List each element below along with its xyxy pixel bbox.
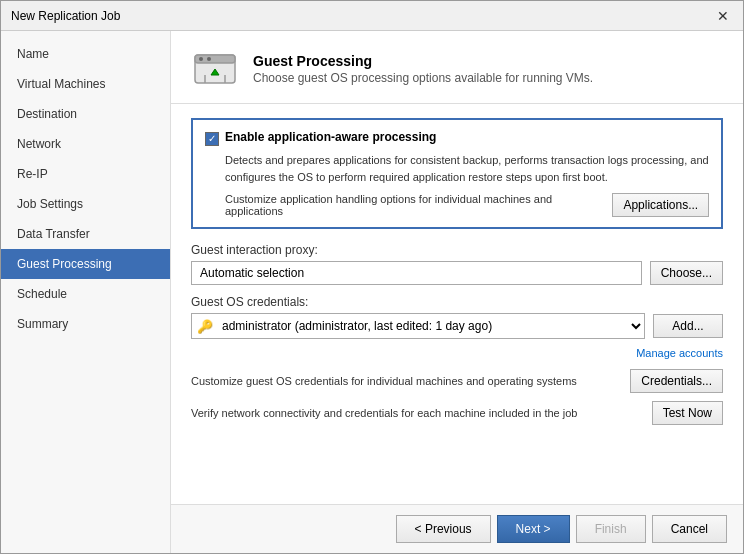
app-aware-desc: Detects and prepares applications for co… [225, 152, 709, 185]
manage-accounts-link[interactable]: Manage accounts [191, 347, 723, 359]
window-title: New Replication Job [11, 9, 120, 23]
sidebar-item-virtual-machines[interactable]: Virtual Machines [1, 69, 170, 99]
customize-credentials-row: Customize guest OS credentials for indiv… [191, 369, 723, 393]
app-aware-label: Enable application-aware processing [225, 130, 436, 144]
guest-proxy-row: Choose... [191, 261, 723, 285]
cancel-button[interactable]: Cancel [652, 515, 727, 543]
form-section: Enable application-aware processing Dete… [171, 104, 743, 504]
customize-credentials-text: Customize guest OS credentials for indiv… [191, 375, 630, 387]
previous-button[interactable]: < Previous [396, 515, 491, 543]
sidebar-item-destination[interactable]: Destination [1, 99, 170, 129]
header-text: Guest Processing Choose guest OS process… [253, 53, 593, 85]
content-area: NameVirtual MachinesDestinationNetworkRe… [1, 31, 743, 553]
sidebar-item-data-transfer[interactable]: Data Transfer [1, 219, 170, 249]
finish-button[interactable]: Finish [576, 515, 646, 543]
sidebar: NameVirtual MachinesDestinationNetworkRe… [1, 31, 171, 553]
svg-point-2 [199, 57, 203, 61]
verify-network-row: Verify network connectivity and credenti… [191, 401, 723, 425]
header-title: Guest Processing [253, 53, 593, 69]
main-panel: Guest Processing Choose guest OS process… [171, 31, 743, 553]
main-window: New Replication Job ✕ NameVirtual Machin… [0, 0, 744, 554]
sidebar-item-schedule[interactable]: Schedule [1, 279, 170, 309]
app-aware-customize-row: Customize application handling options f… [225, 193, 709, 217]
sidebar-item-summary[interactable]: Summary [1, 309, 170, 339]
guest-credentials-row: 🔑 administrator (administrator, last edi… [191, 313, 723, 339]
close-button[interactable]: ✕ [713, 8, 733, 24]
footer-buttons: < Previous Next > Finish Cancel [171, 504, 743, 553]
sidebar-item-guest-processing[interactable]: Guest Processing [1, 249, 170, 279]
credentials-button[interactable]: Credentials... [630, 369, 723, 393]
guest-credentials-group: Guest OS credentials: 🔑 administrator (a… [191, 295, 723, 359]
choose-button[interactable]: Choose... [650, 261, 723, 285]
guest-proxy-input[interactable] [191, 261, 642, 285]
credentials-select[interactable]: administrator (administrator, last edite… [191, 313, 645, 339]
title-bar: New Replication Job ✕ [1, 1, 743, 31]
app-aware-customize-text: Customize application handling options f… [225, 193, 612, 217]
guest-proxy-group: Guest interaction proxy: Choose... [191, 243, 723, 285]
header-section: Guest Processing Choose guest OS process… [171, 31, 743, 104]
guest-credentials-label: Guest OS credentials: [191, 295, 723, 309]
header-subtitle: Choose guest OS processing options avail… [253, 71, 593, 85]
svg-point-3 [207, 57, 211, 61]
sidebar-item-job-settings[interactable]: Job Settings [1, 189, 170, 219]
applications-button[interactable]: Applications... [612, 193, 709, 217]
app-aware-header: Enable application-aware processing [205, 130, 709, 146]
sidebar-item-network[interactable]: Network [1, 129, 170, 159]
guest-proxy-label: Guest interaction proxy: [191, 243, 723, 257]
test-now-button[interactable]: Test Now [652, 401, 723, 425]
credentials-select-wrapper: 🔑 administrator (administrator, last edi… [191, 313, 645, 339]
add-credentials-button[interactable]: Add... [653, 314, 723, 338]
verify-network-text: Verify network connectivity and credenti… [191, 407, 652, 419]
app-aware-box: Enable application-aware processing Dete… [191, 118, 723, 229]
app-aware-checkbox[interactable] [205, 132, 219, 146]
header-icon [191, 45, 239, 93]
sidebar-item-name[interactable]: Name [1, 39, 170, 69]
next-button[interactable]: Next > [497, 515, 570, 543]
sidebar-item-re-ip[interactable]: Re-IP [1, 159, 170, 189]
